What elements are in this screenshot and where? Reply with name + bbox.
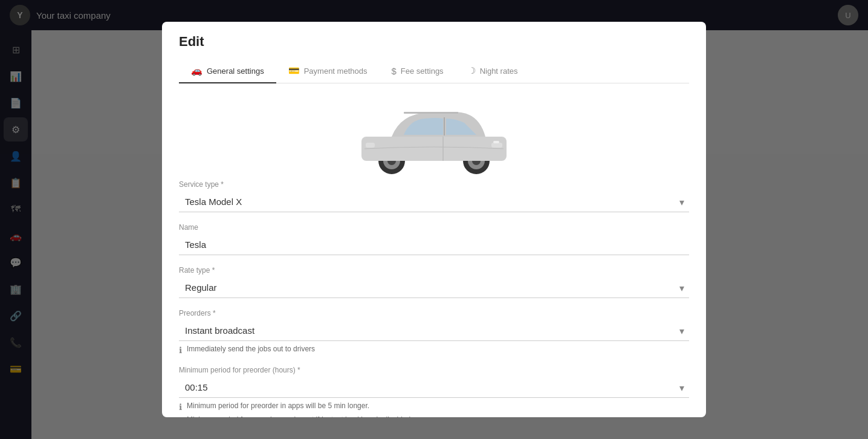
service-type-label: Service type *: [179, 180, 689, 189]
preorders-info: ℹ Immediately send the jobs out to drive…: [179, 345, 689, 355]
preorders-select[interactable]: Instant broadcast: [179, 320, 689, 341]
info-icon-preorders: ℹ: [179, 345, 182, 355]
modal-overlay: Edit 🚗 General settings 💳 Payment method…: [0, 0, 868, 439]
dollar-icon: $: [391, 66, 396, 76]
svg-rect-10: [493, 141, 499, 143]
modal-header: Edit 🚗 General settings 💳 Payment method…: [162, 22, 706, 83]
preorders-wrapper: Instant broadcast: [179, 320, 689, 341]
tab-general[interactable]: 🚗 General settings: [179, 59, 276, 83]
edit-modal: Edit 🚗 General settings 💳 Payment method…: [162, 22, 706, 417]
moon-icon: ☽: [468, 65, 476, 76]
car-image: [349, 96, 519, 174]
modal-title: Edit: [179, 34, 689, 50]
min-period-info2: ℹ Minimum period for preorder can be set…: [179, 415, 689, 417]
min-period-field: Minimum period for preorder (hours) * 00…: [179, 366, 689, 417]
rate-type-wrapper: Regular: [179, 278, 689, 298]
card-icon: 💳: [288, 65, 300, 76]
svg-rect-9: [491, 143, 502, 148]
service-type-field: Service type * Tesla Model X: [179, 180, 689, 212]
min-period-info1: ℹ Minimum period for preorder in apps wi…: [179, 402, 689, 412]
name-input[interactable]: [179, 235, 689, 255]
rate-type-select[interactable]: Regular: [179, 278, 689, 298]
modal-tabs: 🚗 General settings 💳 Payment methods $ F…: [179, 59, 689, 83]
info-icon-min2: ℹ: [179, 416, 182, 417]
name-field: Name: [179, 223, 689, 255]
svg-rect-6: [361, 137, 507, 161]
service-type-select[interactable]: Tesla Model X: [179, 192, 689, 212]
min-period-label: Minimum period for preorder (hours) *: [179, 366, 689, 374]
service-type-wrapper: Tesla Model X: [179, 192, 689, 212]
car-image-container: [179, 83, 689, 180]
car-icon: 🚗: [191, 65, 202, 76]
preorders-field: Preorders * Instant broadcast ℹ Immediat…: [179, 309, 689, 355]
svg-rect-12: [404, 112, 458, 114]
preorders-label: Preorders *: [179, 309, 689, 317]
modal-body: Service type * Tesla Model X Name Rate t…: [162, 83, 706, 417]
info-icon-min1: ℹ: [179, 402, 182, 412]
min-period-select[interactable]: 00:15: [179, 377, 689, 398]
rate-type-field: Rate type * Regular: [179, 266, 689, 298]
tab-night[interactable]: ☽ Night rates: [456, 59, 530, 83]
name-label: Name: [179, 223, 689, 232]
tab-payment[interactable]: 💳 Payment methods: [276, 59, 380, 83]
tab-fee[interactable]: $ Fee settings: [379, 59, 455, 83]
svg-rect-11: [366, 143, 375, 148]
min-period-wrapper: 00:15: [179, 377, 689, 398]
rate-type-label: Rate type *: [179, 266, 689, 275]
